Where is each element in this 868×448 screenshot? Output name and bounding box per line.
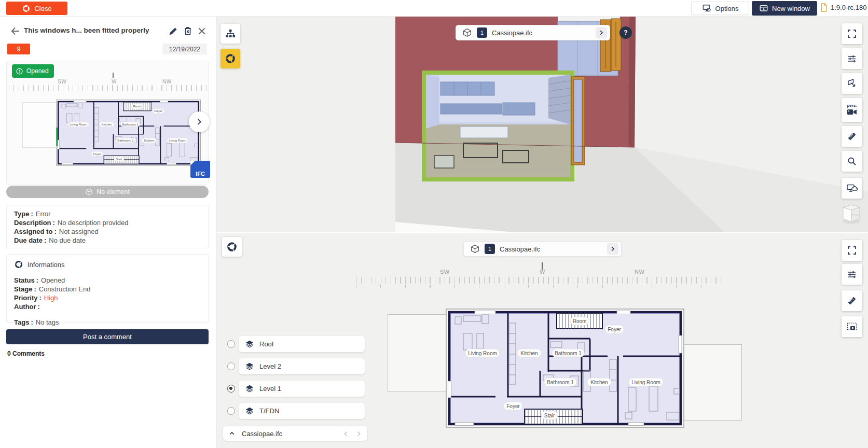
viewer-2d[interactable]: Room Foyer Living Room Kitchen Bathroom … bbox=[216, 233, 868, 448]
chevron-right-icon[interactable] bbox=[355, 430, 362, 437]
plan-label: Living Room bbox=[631, 380, 660, 385]
measure-button-3d[interactable] bbox=[842, 126, 862, 147]
plan-label: Room bbox=[573, 318, 587, 324]
layer-row-tfdn[interactable]: T/FDN bbox=[239, 403, 365, 419]
cube-icon bbox=[470, 244, 480, 254]
stage-value: Construction End bbox=[39, 285, 91, 293]
logo-swirl-icon bbox=[226, 241, 238, 253]
informations-header: Informations bbox=[14, 260, 201, 269]
capture-region-button[interactable] bbox=[842, 316, 862, 337]
thumb-compass-sw: SW bbox=[58, 79, 66, 85]
fullscreen-button-2d[interactable] bbox=[842, 240, 862, 261]
help-button[interactable]: ? bbox=[619, 26, 632, 39]
capture-camera-icon bbox=[847, 321, 857, 332]
layers-icon bbox=[245, 340, 254, 349]
tags-value: No tags bbox=[36, 318, 59, 326]
priority-value: High bbox=[44, 294, 58, 302]
thumb-compass-marker bbox=[113, 73, 114, 78]
plan-label: Stair bbox=[544, 413, 555, 418]
model-chip-expand-button[interactable] bbox=[607, 243, 618, 255]
bimdata-logo-button-2d[interactable] bbox=[222, 237, 242, 257]
issue-index-badge: 9 bbox=[7, 44, 30, 54]
version-indicator: 1.9.0-rc.180 bbox=[820, 3, 866, 12]
search-icon bbox=[847, 156, 857, 166]
file-bar[interactable]: Cassiopae.ifc bbox=[223, 426, 367, 441]
close-panel-icon[interactable] bbox=[196, 25, 208, 37]
no-element-button[interactable]: No element bbox=[6, 186, 209, 198]
thumb-compass-w: W bbox=[112, 79, 117, 85]
model-tree-button[interactable] bbox=[221, 24, 240, 44]
chevron-right-icon bbox=[195, 118, 203, 126]
viewpoint-card: Opened SW W NW IFC bbox=[6, 61, 209, 185]
model-count-badge: 1 bbox=[477, 27, 487, 38]
issue-date: 12/19/2022 bbox=[162, 44, 207, 54]
edit-pencil-icon[interactable] bbox=[168, 25, 179, 37]
chevron-left-icon[interactable] bbox=[342, 430, 349, 437]
perspective-camera-button[interactable]: pers. bbox=[842, 98, 862, 122]
model-name: Cassiopae.ifc bbox=[492, 29, 591, 37]
svg-text:FRONT: FRONT bbox=[852, 214, 859, 216]
plan-context-right bbox=[684, 344, 742, 421]
version-doc-icon bbox=[820, 3, 828, 12]
delete-trash-icon[interactable] bbox=[182, 25, 194, 37]
post-comment-button[interactable]: Post a comment bbox=[6, 329, 209, 344]
new-window-button[interactable]: New window bbox=[752, 1, 817, 16]
fullscreen-button-3d[interactable] bbox=[842, 23, 862, 44]
model-chip-2d[interactable]: 1 Cassiopae.ifc bbox=[463, 241, 622, 257]
viewpoint-floorplan-thumbnail[interactable] bbox=[7, 95, 209, 172]
camera-icon bbox=[846, 108, 858, 117]
radio-roof[interactable] bbox=[227, 340, 235, 348]
top-bar: Close Options New window 1.9.0-rc.180 bbox=[0, 0, 868, 17]
view-cube-icon: FRONT bbox=[838, 201, 865, 225]
chevron-up-icon[interactable] bbox=[228, 430, 236, 437]
issue-panel: This windows h... been fitted properly 9… bbox=[0, 17, 216, 448]
cube-icon bbox=[462, 28, 472, 38]
radio-level-1[interactable] bbox=[227, 385, 235, 393]
fullscreen-icon bbox=[847, 245, 857, 256]
logo-swirl-icon bbox=[14, 260, 23, 269]
close-button[interactable]: Close bbox=[6, 2, 67, 15]
plan-label: Kitchen bbox=[520, 351, 538, 356]
options-button[interactable]: Options bbox=[691, 2, 749, 15]
plan-label: Living Room bbox=[468, 351, 497, 356]
informations-card: Informations Status:Opened Stage:Constru… bbox=[6, 254, 209, 323]
app-root: Close Options New window 1.9.0-rc.180 bbox=[0, 0, 868, 448]
layer-row-level-2[interactable]: Level 2 bbox=[239, 358, 365, 374]
screen-share-button[interactable] bbox=[842, 178, 862, 199]
ifc-badge-label: IFC bbox=[196, 171, 205, 177]
model-name: Cassiopae.ifc bbox=[500, 245, 602, 253]
plan-label: Foyer bbox=[608, 327, 621, 332]
compass-sw: SW bbox=[440, 269, 450, 275]
next-viewpoint-button[interactable] bbox=[189, 111, 210, 132]
version-label: 1.9.0-rc.180 bbox=[831, 4, 866, 11]
bimdata-logo-button[interactable] bbox=[221, 49, 240, 68]
hierarchy-icon bbox=[225, 29, 236, 39]
layer-row-roof[interactable]: Roof bbox=[239, 336, 365, 352]
layer-row-level-1[interactable]: Level 1 bbox=[239, 381, 365, 397]
options-label: Options bbox=[715, 5, 739, 12]
layers-icon bbox=[245, 407, 254, 416]
ifc-file-badge: IFC bbox=[190, 161, 210, 178]
layers-icon bbox=[245, 384, 254, 394]
view-cube-gizmo[interactable]: FRONT bbox=[838, 201, 865, 227]
compass-ticks bbox=[356, 277, 725, 284]
back-arrow-icon[interactable] bbox=[9, 25, 21, 37]
viewer-3d[interactable]: 1 Cassiopae.ifc ? bbox=[216, 17, 868, 232]
display-settings-button-3d[interactable] bbox=[842, 48, 862, 69]
compass-nw: NW bbox=[635, 269, 644, 275]
radio-tfdn[interactable] bbox=[227, 407, 235, 415]
floorplan-2d[interactable]: Room Foyer Living Room Kitchen Bathroom … bbox=[446, 309, 684, 428]
radio-level-2[interactable] bbox=[227, 362, 235, 370]
ruler-icon bbox=[847, 296, 857, 306]
display-settings-button-2d[interactable] bbox=[842, 264, 862, 285]
assigned-value: Not assigned bbox=[59, 228, 99, 235]
measure-button-2d[interactable] bbox=[842, 290, 862, 311]
model-chip-expand-button[interactable] bbox=[596, 27, 607, 38]
model-chip-3d[interactable]: 1 Cassiopae.ifc bbox=[456, 25, 610, 40]
search-button-3d[interactable] bbox=[842, 151, 862, 172]
status-value: Opened bbox=[41, 276, 65, 284]
section-plane-button[interactable] bbox=[842, 73, 862, 94]
info-circle-icon bbox=[16, 67, 23, 75]
description-value: No description provided bbox=[58, 219, 129, 227]
issue-details-card: Type:Error Description:No description pr… bbox=[6, 205, 209, 248]
